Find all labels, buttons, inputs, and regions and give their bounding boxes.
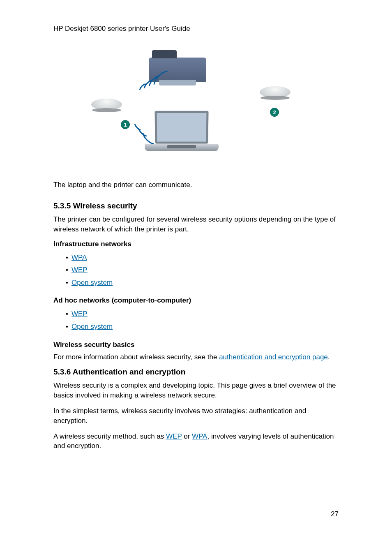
list-item: WPA (66, 252, 339, 264)
section-5-3-6-p3: A wireless security method, such as WEP … (53, 432, 339, 451)
wireless-basics-heading: Wireless security basics (53, 341, 339, 349)
section-5-3-5-heading: 5.3.5 Wireless security (53, 201, 339, 210)
list-item: WEP (66, 264, 339, 277)
wep-link[interactable]: WEP (71, 266, 88, 274)
wireless-basics-text: For more information about wireless secu… (53, 352, 339, 362)
wireless-hub-icon (91, 99, 122, 113)
open-system-link[interactable]: Open system (71, 279, 113, 287)
text-fragment: For more information about wireless secu… (53, 353, 219, 361)
adhoc-networks-list: WEP Open system (66, 308, 339, 333)
text-fragment: or (182, 432, 192, 440)
wep-link[interactable]: WEP (166, 432, 182, 440)
list-item: WEP (66, 308, 339, 321)
wep-link[interactable]: WEP (71, 310, 88, 318)
text-fragment: A wireless security method, such as (53, 432, 166, 440)
laptop-icon (145, 111, 219, 160)
page-header: HP Deskjet 6800 series printer User's Gu… (53, 25, 339, 33)
auth-encryption-link[interactable]: authentication and encryption page (219, 353, 328, 361)
adhoc-networks-heading: Ad hoc networks (computer-to-computer) (53, 296, 339, 305)
section-5-3-6-heading: 5.3.6 Authentication and encryption (53, 367, 339, 377)
list-item: Open system (66, 277, 339, 289)
callout-marker-2: 2 (270, 108, 279, 117)
text-fragment: . (328, 353, 330, 361)
connected-network-diagram: 1 (91, 49, 223, 160)
callout-marker-1: 1 (121, 120, 130, 129)
wireless-hub-icon (260, 86, 301, 98)
infrastructure-networks-heading: Infrastructure networks (53, 240, 339, 248)
open-system-link[interactable]: Open system (71, 323, 113, 330)
figure-caption: The laptop and the printer can communica… (53, 181, 339, 189)
infrastructure-networks-list: WPA WEP Open system (66, 252, 339, 289)
section-5-3-6-p1: Wireless security is a complex and devel… (53, 381, 339, 400)
isolated-hub-diagram: 2 (260, 86, 301, 123)
list-item: Open system (66, 321, 339, 333)
wpa-link[interactable]: WPA (192, 432, 207, 440)
page-number: 27 (331, 510, 339, 518)
wpa-link[interactable]: WPA (71, 254, 87, 261)
section-5-3-5-intro: The printer can be configured for severa… (53, 215, 339, 234)
section-5-3-6-p2: In the simplest terms, wireless security… (53, 406, 339, 426)
network-diagram-figure: 1 2 (53, 49, 339, 160)
